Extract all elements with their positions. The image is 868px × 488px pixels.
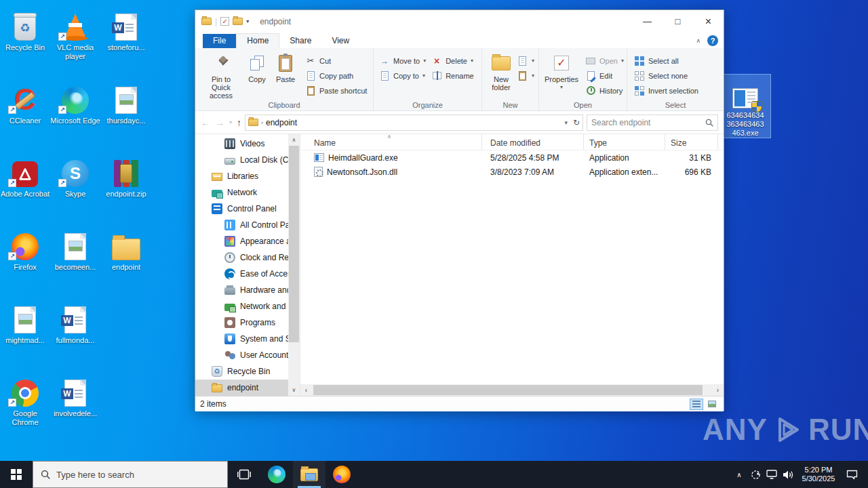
scrollbar-thumb[interactable] (313, 385, 703, 395)
column-header-type[interactable]: Type (584, 134, 665, 150)
scroll-up-icon[interactable]: ∧ (288, 134, 300, 146)
nav-item-user-accounts[interactable]: User Accounts (195, 347, 288, 363)
maximize-button[interactable]: □ (663, 10, 693, 33)
column-header-size[interactable]: Size (665, 134, 718, 150)
breadcrumb-path[interactable]: endpoint (266, 118, 561, 127)
scroll-down-icon[interactable]: ∨ (288, 384, 300, 396)
paste-button[interactable]: Paste (271, 52, 300, 85)
scroll-left-icon[interactable]: ‹ (300, 386, 312, 394)
taskbar-clock[interactable]: 5:20 PM 5/30/2025 (796, 466, 841, 483)
nav-item-programs[interactable]: Programs (195, 314, 288, 331)
desktop-icon-skype[interactable]: S↗ Skype (50, 153, 100, 199)
select-all-button[interactable]: Select all (634, 55, 698, 66)
nav-item-hardware-sound[interactable]: Hardware and Sound (195, 282, 288, 298)
column-header-date-modified[interactable]: Date modified (482, 134, 584, 150)
desktop-icon-endpoint-folder[interactable]: endpoint (101, 226, 151, 272)
desktop-icon-fullmonda[interactable]: W fullmonda... (50, 300, 100, 345)
taskbar-edge-button[interactable] (260, 461, 293, 488)
qat-properties-button[interactable]: ✓ (220, 17, 229, 26)
forward-button[interactable]: → (215, 117, 224, 128)
horizontal-scrollbar[interactable]: ‹ › (300, 384, 724, 396)
start-button[interactable] (0, 461, 33, 488)
properties-button[interactable]: ✓ Properties▾ (543, 52, 580, 93)
help-button[interactable]: ? (707, 35, 718, 46)
new-folder-button[interactable]: New folder (486, 52, 516, 93)
desktop-icon-becomeen[interactable]: becomeen... (50, 226, 100, 272)
desktop-icon-adobe-acrobat[interactable]: ↗ Adobe Acrobat (0, 153, 50, 199)
copy-path-button[interactable]: Copy path (305, 70, 367, 81)
nav-item-local-disk-c[interactable]: Local Disk (C:) (195, 152, 288, 168)
minimize-button[interactable]: — (632, 10, 663, 33)
address-dropdown[interactable]: ▾ (564, 119, 568, 126)
task-view-button[interactable] (228, 461, 260, 488)
up-button[interactable]: ↑ (237, 117, 241, 128)
taskbar-search-input[interactable] (56, 470, 220, 480)
copy-button[interactable]: Copy (243, 52, 271, 85)
cut-button[interactable]: ✂ Cut (305, 55, 367, 66)
desktop-icon-mightmad[interactable]: mightmad... (0, 300, 50, 345)
tab-share[interactable]: Share (279, 34, 321, 48)
back-button[interactable]: ← (201, 117, 210, 128)
scroll-right-icon[interactable]: › (712, 386, 724, 394)
search-icon[interactable] (705, 119, 713, 127)
action-center-button[interactable] (841, 470, 863, 480)
network-icon[interactable] (764, 470, 780, 479)
nav-item-all-control-panel-items[interactable]: All Control Panel Items (195, 217, 288, 233)
close-button[interactable]: × (693, 10, 724, 33)
select-none-button[interactable]: Select none (634, 70, 698, 81)
rename-button[interactable]: Rename (431, 70, 474, 81)
thumbnails-view-button[interactable] (705, 399, 719, 410)
desktop-icon-vlc[interactable]: ↗ VLC media player (50, 7, 100, 61)
nav-item-system-security[interactable]: System and Security (195, 331, 288, 347)
taskbar-file-explorer-button[interactable] (293, 461, 326, 488)
recent-locations-dropdown[interactable]: ▾ (229, 119, 232, 125)
scrollbar-thumb[interactable] (289, 146, 299, 342)
nav-item-appearance[interactable]: Appearance and Personalization (195, 233, 288, 249)
column-header-name[interactable]: Name (300, 134, 482, 150)
nav-item-endpoint[interactable]: endpoint (195, 380, 288, 396)
nav-item-ease-of-access[interactable]: Ease of Access (195, 266, 288, 282)
desktop-icon-ccleaner[interactable]: C↗ CCleaner (0, 80, 50, 125)
file-row-heimdallguard[interactable]: HeimdallGuard.exe 5/28/2025 4:58 PM Appl… (300, 150, 724, 165)
qat-new-folder-button[interactable] (233, 18, 243, 25)
nav-item-network-internet[interactable]: Network and Internet (195, 298, 288, 314)
nav-item-network[interactable]: Network (195, 184, 288, 201)
nav-scrollbar[interactable]: ∧ ∨ (288, 134, 300, 396)
desktop-icon-firefox[interactable]: ↗ Firefox (0, 226, 50, 272)
desktop-icon-stoneforu[interactable]: W stoneforu... (101, 7, 151, 52)
copy-to-button[interactable]: Copy to▾ (379, 70, 426, 81)
volume-icon[interactable] (780, 470, 796, 480)
taskbar-firefox-button[interactable] (326, 461, 358, 488)
desktop-icon-edge[interactable]: ↗ Microsoft Edge (50, 80, 100, 125)
move-to-button[interactable]: → Move to▾ (379, 55, 426, 66)
tray-expand-chevron[interactable]: ∧ (731, 471, 747, 479)
delete-button[interactable]: × Delete▾ (431, 55, 474, 66)
desktop-icon-endpoint-zip[interactable]: endpoint.zip (101, 153, 151, 199)
history-button[interactable]: History (585, 85, 624, 96)
search-input[interactable] (591, 118, 703, 127)
refresh-button[interactable]: ↻ (573, 118, 580, 127)
easy-access-button[interactable]: ▾ (517, 70, 534, 81)
collapse-ribbon-button[interactable]: ∧ (696, 37, 701, 44)
details-view-button[interactable] (690, 399, 703, 410)
nav-item-recycle-bin[interactable]: ♻Recycle Bin (195, 363, 288, 380)
qat-customize-dropdown[interactable]: ▾ (246, 18, 249, 24)
nav-item-clock-region[interactable]: Clock and Region (195, 249, 288, 266)
nav-item-control-panel[interactable]: Control Panel (195, 201, 288, 217)
nav-item-libraries[interactable]: Libraries (195, 168, 288, 184)
breadcrumb[interactable]: › endpoint ▾ ↻ (245, 115, 583, 131)
open-button[interactable]: Open▾ (585, 55, 624, 66)
nav-item-videos[interactable]: Videos (195, 136, 288, 152)
tab-home[interactable]: Home (236, 33, 279, 48)
new-item-button[interactable]: ▾ (517, 55, 534, 66)
tab-file[interactable]: File (203, 34, 236, 48)
pin-to-quick-access-button[interactable]: Pin to Quick access (199, 52, 243, 101)
desktop-icon-chrome[interactable]: ↗ Google Chrome (0, 373, 50, 427)
file-row-newtonsoft[interactable]: Newtonsoft.Json.dll 3/8/2023 7:09 AM App… (300, 165, 724, 179)
invert-selection-button[interactable]: Invert selection (634, 85, 698, 96)
desktop-icon-recycle-bin[interactable]: ♻ Recycle Bin (0, 7, 50, 52)
desktop-icon-involvedele[interactable]: W involvedele... (50, 373, 100, 418)
edit-button[interactable]: Edit (585, 70, 624, 81)
tab-view[interactable]: View (321, 34, 359, 48)
desktop-icon-thursdayc[interactable]: thursdayc... (101, 80, 151, 125)
